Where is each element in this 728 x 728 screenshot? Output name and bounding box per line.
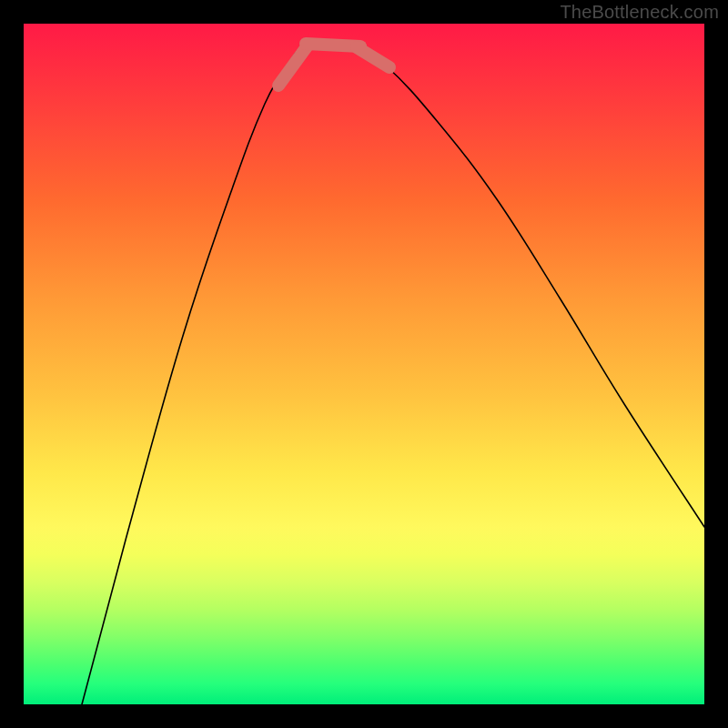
curve-svg bbox=[24, 24, 704, 704]
bottleneck-curve bbox=[82, 44, 704, 704]
plot-area bbox=[24, 24, 704, 704]
highlight-left-arm bbox=[278, 46, 308, 86]
highlight-right-arm bbox=[357, 47, 389, 67]
chart-frame: TheBottleneck.com bbox=[0, 0, 728, 728]
watermark-text: TheBottleneck.com bbox=[560, 2, 719, 23]
